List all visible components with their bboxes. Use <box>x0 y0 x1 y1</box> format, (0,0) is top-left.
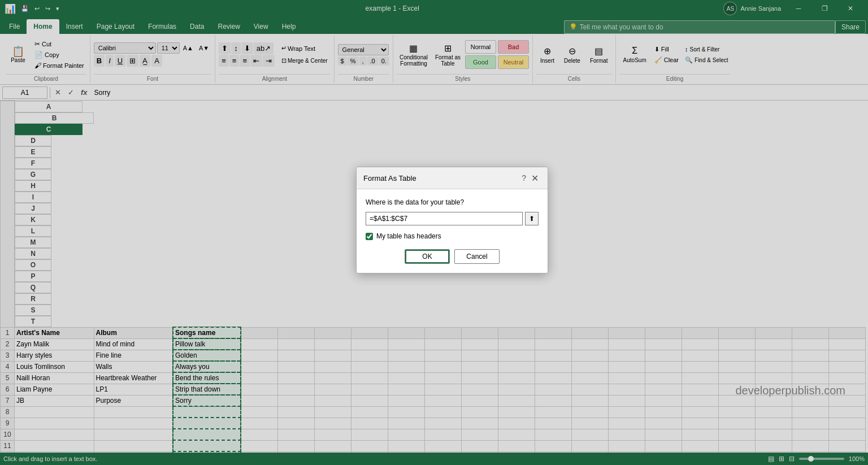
dialog-ok-button[interactable]: OK <box>405 249 450 264</box>
format-as-table-dialog-overlay: Format As Table ? ✕ Where is the data fo… <box>0 0 868 465</box>
dialog-body: Where is the data for your table? ⬆ My t… <box>357 189 548 273</box>
dialog-close-button[interactable]: ✕ <box>528 172 541 184</box>
dialog-headers-checkbox[interactable] <box>366 233 373 240</box>
dialog-checkbox-label: My table has headers <box>376 232 441 240</box>
format-as-table-dialog: Format As Table ? ✕ Where is the data fo… <box>356 167 548 273</box>
dialog-help-button[interactable]: ? <box>522 173 526 182</box>
dialog-buttons: OK Cancel <box>366 249 539 264</box>
dialog-title-actions: ? ✕ <box>522 172 541 184</box>
dialog-range-input[interactable] <box>366 212 523 225</box>
dialog-question: Where is the data for your table? <box>366 198 539 206</box>
dialog-title-bar: Format As Table ? ✕ <box>357 167 548 189</box>
dialog-checkbox-row: My table has headers <box>366 232 539 240</box>
dialog-range-select-button[interactable]: ⬆ <box>525 212 539 225</box>
dialog-cancel-button[interactable]: Cancel <box>454 249 500 264</box>
dialog-range-row: ⬆ <box>366 212 539 225</box>
dialog-title: Format As Table <box>363 174 416 182</box>
